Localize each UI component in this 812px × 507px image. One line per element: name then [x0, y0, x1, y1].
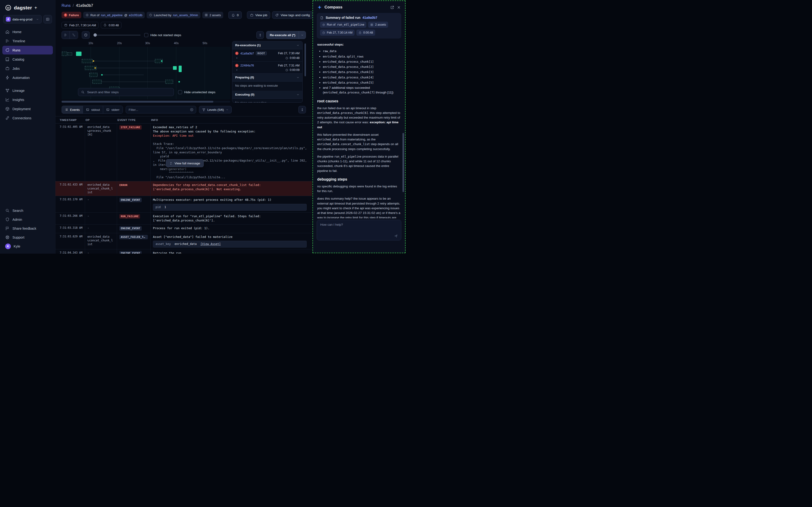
log-tabs: Eventsstdoutstderr: [62, 106, 123, 114]
executing-header[interactable]: Executing (0): [232, 91, 303, 99]
compass-heading: debugging steps: [317, 177, 401, 182]
target-icon: [86, 13, 89, 17]
reexecutions-header[interactable]: Re-executions (1): [232, 41, 303, 49]
log-info-line: yield: [153, 154, 310, 159]
tab-events[interactable]: Events: [62, 106, 83, 113]
log-row[interactable]: 7:31:03.170 AM - ENGINE_EVENT Multiproce…: [55, 196, 312, 213]
sidebar-item-label: Automation: [12, 76, 30, 79]
step-search-field[interactable]: [78, 88, 174, 96]
meta-link[interactable]: [View Asset]: [201, 242, 221, 246]
summary-assets-chip: 2 assets: [368, 21, 388, 28]
reexecute-all-button[interactable]: Re-execute all (*): [266, 31, 299, 39]
sidebar-item-timeline[interactable]: Timeline: [2, 37, 53, 45]
clear-filter-icon[interactable]: [190, 108, 194, 112]
main-vertical-scrollbar[interactable]: [305, 41, 306, 103]
gantt-expand-button[interactable]: [256, 31, 264, 39]
log-row[interactable]: 7:31:03.266 AM - RUN_FAILURE Execution o…: [55, 213, 312, 225]
sidebar-item-lineage[interactable]: Lineage: [2, 86, 53, 95]
collapse-sidebar-button[interactable]: [44, 15, 52, 23]
compass-chat-input[interactable]: [317, 220, 401, 240]
sidebar-item-search[interactable]: Search: [2, 206, 53, 215]
tree-dot: [236, 69, 237, 70]
log-rows: 7:31:02.405 AM enriched_data↳process_chu…: [55, 123, 312, 253]
view-tags-config-button[interactable]: View tags and config: [272, 11, 313, 19]
sidebar-item-automation[interactable]: Automation: [2, 73, 53, 82]
reexecutions-title: Re-executions (1): [235, 44, 261, 47]
log-filter-field[interactable]: [126, 106, 196, 113]
slider-thumb[interactable]: [94, 33, 97, 37]
sidebar-item-insights[interactable]: Insights: [2, 95, 53, 104]
log-row[interactable]: 7:31:02.405 AM enriched_data↳process_chu…: [55, 123, 312, 181]
log-info: Process for run exited (pid: 1).: [151, 225, 312, 233]
checkbox-box[interactable]: [178, 90, 182, 94]
scrollbar-thumb[interactable]: [305, 44, 306, 76]
reexecution-run[interactable]: ! 41a9a0b7 ROOT Feb 27, 7:30 AM 0:00:48: [232, 49, 303, 61]
sidebar-item-jobs[interactable]: Jobs: [2, 64, 53, 73]
up-down-arrows-icon: [301, 108, 304, 112]
breadcrumb-runs-link[interactable]: Runs: [62, 3, 71, 7]
sidebar-item-admin[interactable]: Admin: [2, 215, 53, 224]
compass-summary-card: Summary of failed run 41a9a0b7 Run of ru…: [317, 13, 401, 39]
view-full-message-button[interactable]: View full message: [166, 159, 204, 167]
sidebar-item-deployment[interactable]: Deployment: [2, 105, 53, 113]
hide-not-started-checkbox[interactable]: Hide not started steps: [144, 33, 181, 37]
gantt-timing-button[interactable]: [82, 31, 90, 39]
pipeline-link[interactable]: run_etl_pipeline: [101, 13, 123, 17]
compass-bullet: enriched_data.split_rows: [323, 54, 401, 59]
summary-run-id-link[interactable]: 41a9a0b7: [363, 16, 377, 19]
log-op: enriched_data↳process_chunk[6]: [85, 123, 117, 181]
sidebar-item-user[interactable]: K Kyle: [2, 242, 53, 250]
log-meta-row: pid 1: [153, 204, 307, 211]
levels-dropdown-button[interactable]: Levels (5/6): [199, 106, 232, 113]
assets-chip[interactable]: 2 assets: [202, 12, 223, 18]
clock-icon: [322, 31, 325, 34]
waterfall-layout-icon: [72, 33, 76, 37]
send-button[interactable]: [393, 233, 399, 239]
log-info-line: next(generator): [153, 167, 310, 171]
step-search-input[interactable]: [87, 90, 171, 94]
reexecute-dropdown-button[interactable]: [299, 31, 306, 39]
preparing-header[interactable]: Preparing (0): [232, 73, 303, 81]
sidebar-item-catalog[interactable]: Catalog: [2, 55, 53, 64]
reexecution-run[interactable]: ! 22484a76 Feb 27, 7:31 AM 0:00:09: [232, 61, 303, 73]
checkbox-box[interactable]: [144, 33, 148, 37]
gantt-horizontal-scrollbar[interactable]: [62, 101, 230, 103]
root-badge: ROOT: [256, 51, 267, 55]
launched-by-link[interactable]: run_assets_30min: [173, 13, 198, 17]
compass-body: successful steps:raw_dataenriched_data.s…: [313, 41, 405, 218]
alerts-button[interactable]: 0: [228, 11, 242, 19]
log-row[interactable]: 7:31:03.629 AM enriched_data↳concat_chun…: [55, 233, 312, 249]
compass-summary-chips: Run of run_etl_pipeline 2 assets Feb 27,…: [320, 21, 398, 36]
gantt-flat-view-button[interactable]: [62, 31, 70, 39]
view-job-button[interactable]: View job: [247, 11, 270, 19]
sidebar-item-label: Timeline: [12, 39, 25, 43]
gantt-chart[interactable]: Hide unselected steps: [62, 47, 230, 99]
commit-link[interactable]: e2c051db: [129, 13, 143, 17]
sidebar-item-connections[interactable]: Connections: [2, 114, 53, 122]
sidebar-item-support[interactable]: Support: [2, 233, 53, 242]
sidebar-item-share-feedback[interactable]: Share feedback: [2, 224, 53, 233]
tab-stderr[interactable]: stderr: [103, 106, 123, 113]
main-content: Runs/41a9a0b7 ! Failure Run of run_etl_p…: [55, 0, 312, 253]
hide-unselected-checkbox[interactable]: Hide unselected steps: [178, 90, 215, 94]
sidebar-item-label: Insights: [12, 98, 24, 102]
close-icon[interactable]: [397, 5, 401, 9]
logs-expand-button[interactable]: [299, 106, 306, 113]
tab-stdout[interactable]: stdout: [83, 106, 103, 113]
alerts-count: 0: [237, 13, 239, 17]
run-id-link[interactable]: 41a9a0b7: [240, 52, 254, 55]
compass-scrollbar[interactable]: [402, 133, 404, 192]
sidebar-item-runs[interactable]: Runs: [2, 46, 53, 54]
scrollbar-thumb[interactable]: [62, 101, 213, 103]
gantt-waterfall-view-button[interactable]: [70, 31, 78, 39]
log-filter-input[interactable]: [128, 108, 188, 112]
open-in-new-icon[interactable]: [390, 5, 394, 9]
log-op: enriched_data↳concat_chunk_list: [85, 181, 117, 196]
log-row[interactable]: 7:31:03.318 AM - ENGINE_EVENT Process fo…: [55, 225, 312, 233]
gantt-zoom-slider[interactable]: [94, 33, 141, 37]
log-row[interactable]: 7:31:02.433 AM enriched_data↳concat_chun…: [55, 181, 312, 196]
log-row[interactable]: 7:31:04.343 AM - ENGINE_EVENT Retrying t…: [55, 249, 312, 253]
run-id-link[interactable]: 22484a76: [240, 64, 254, 67]
deployment-selector[interactable]: d data-eng-prod: [3, 15, 42, 23]
sidebar-item-home[interactable]: Home: [2, 27, 53, 36]
